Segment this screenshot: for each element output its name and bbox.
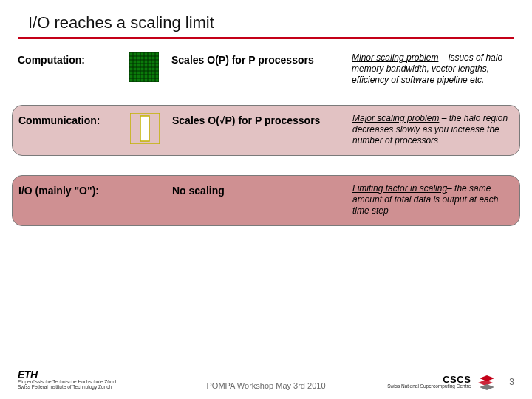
row-communication: Communication: Scales O(√P) for P proces… <box>12 105 520 156</box>
row-scaling: No scaling <box>172 183 342 197</box>
cscs-logo-text: CSCS <box>443 375 471 385</box>
computation-grid-icon <box>127 52 161 82</box>
row-label: Communication: <box>18 113 117 126</box>
page-number: 3 <box>509 377 514 387</box>
footer-center: POMPA Workshop May 3rd 2010 <box>207 381 326 390</box>
title-rule <box>18 37 514 39</box>
row-scaling: Scales O(P) for P processors <box>171 52 341 66</box>
communication-halo-icon <box>128 113 162 144</box>
note-lead: Major scaling problem <box>352 113 439 123</box>
cscs-subtitle: Swiss National Supercomputing Centre <box>387 384 471 389</box>
eth-subtitle-2: Swiss Federal Institute of Technology Zu… <box>18 385 117 390</box>
row-scaling: Scales O(√P) for P processors <box>172 113 342 126</box>
row-computation: Computation: Scales O(P) for P processor… <box>18 52 514 86</box>
row-label: Computation: <box>18 52 117 66</box>
eth-logo-text: ETH <box>18 369 117 381</box>
cscs-text-block: CSCS Swiss National Supercomputing Centr… <box>387 375 471 389</box>
content-rows: Computation: Scales O(P) for P processor… <box>18 52 514 226</box>
svg-marker-23 <box>480 384 494 390</box>
svg-marker-22 <box>478 380 493 386</box>
svg-rect-20 <box>140 116 149 141</box>
slide-title: I/O reaches a scaling limit <box>28 13 514 33</box>
row-note: Limiting factor in scaling– the same amo… <box>352 183 514 216</box>
row-note: Major scaling problem – the halo region … <box>352 113 514 146</box>
row-label: I/O (mainly "O"): <box>18 183 117 197</box>
note-lead: Minor scaling problem <box>352 52 438 63</box>
footer-right: CSCS Swiss National Supercomputing Centr… <box>387 374 514 390</box>
row-io: I/O (mainly "O"): No scaling Limiting fa… <box>12 175 520 226</box>
cscs-logo-icon <box>477 374 496 390</box>
note-lead: Limiting factor in scaling <box>352 183 447 194</box>
row-note: Minor scaling problem – issues of halo m… <box>352 52 514 86</box>
svg-marker-21 <box>480 375 494 381</box>
footer-left: ETH Eidgenössische Technische Hochschule… <box>18 369 117 390</box>
slide: I/O reaches a scaling limit Computation:… <box>0 0 532 399</box>
